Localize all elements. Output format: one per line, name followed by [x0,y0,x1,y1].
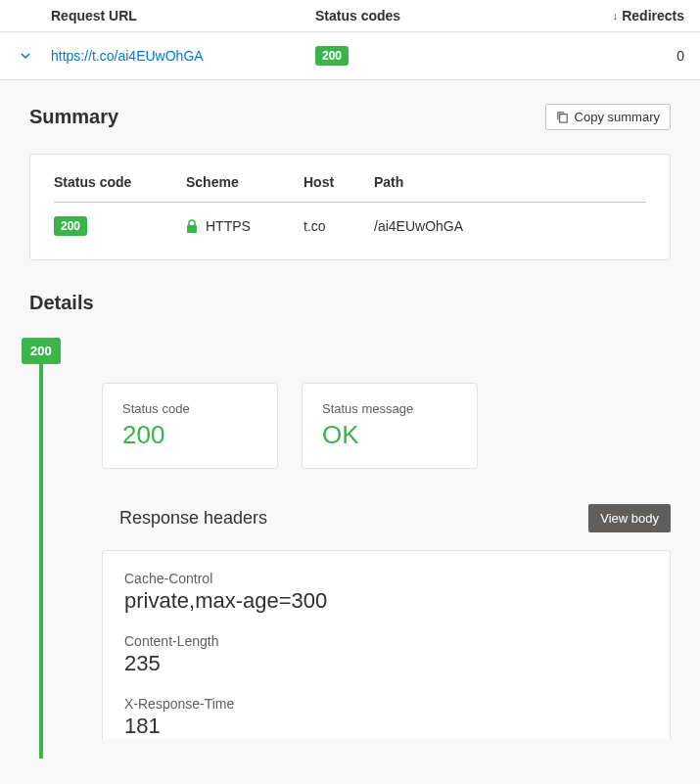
view-body-button[interactable]: View body [588,504,671,532]
response-headers-card: Cache-Control private,max-age=300 Conten… [102,550,671,739]
request-url-link[interactable]: https://t.co/ai4EUwOhGA [51,48,315,64]
summary-status-cell: 200 [54,216,186,236]
svg-rect-0 [559,115,566,122]
details-title: Details [29,292,671,314]
expanded-content: Summary Copy summary Status code Scheme … [0,80,700,759]
summary-table-row: 200 HTTPS t.co /ai4EUwOhGA [54,203,646,236]
status-badge: 200 [54,216,87,236]
header-value: 235 [124,651,648,676]
col-header-redirects-label: Redirects [622,8,684,23]
header-name: Content-Length [124,633,648,649]
copy-icon [556,111,569,123]
header-item: X-Response-Time 181 [124,696,648,739]
header-value: 181 [124,714,648,739]
status-message-card: Status message OK [302,383,478,469]
results-table-header: Request URL Status codes ↓ Redirects [0,0,700,32]
summary-title: Summary [29,106,118,128]
header-item: Content-Length 235 [124,633,648,676]
status-message-value: OK [322,420,457,450]
summary-scheme-value: HTTPS [206,218,251,234]
header-name: X-Response-Time [124,696,648,712]
summary-col-status: Status code [54,174,186,190]
timeline-content: Status code 200 Status message OK Respon… [102,338,671,759]
lock-icon [186,219,198,233]
response-headers-title: Response headers [119,508,267,529]
timeline-line: 200 [39,353,43,759]
status-cell: 200 [315,46,568,66]
status-badge: 200 [315,46,349,66]
col-header-status[interactable]: Status codes [315,8,568,23]
status-code-label: Status code [122,401,257,416]
status-message-label: Status message [322,401,457,416]
svg-rect-1 [187,225,197,233]
summary-path-value: /ai4EUwOhGA [374,218,646,234]
table-row[interactable]: https://t.co/ai4EUwOhGA 200 0 [0,32,700,80]
status-code-value: 200 [122,420,257,450]
summary-col-scheme: Scheme [186,174,303,190]
summary-col-host: Host [303,174,374,190]
header-value: private,max-age=300 [124,588,648,614]
expand-toggle[interactable] [0,50,51,62]
summary-section-head: Summary Copy summary [29,104,671,130]
summary-host-value: t.co [303,218,374,234]
summary-table-header: Status code Scheme Host Path [54,174,646,203]
summary-col-path: Path [374,174,646,190]
copy-summary-button[interactable]: Copy summary [545,104,671,130]
header-name: Cache-Control [124,571,648,586]
timeline-status-badge: 200 [22,338,61,364]
summary-card: Status code Scheme Host Path 200 HTTPS t… [29,154,671,260]
col-header-url[interactable]: Request URL [51,8,315,23]
header-item: Cache-Control private,max-age=300 [124,571,648,614]
sort-arrow-down-icon: ↓ [613,10,619,22]
chevron-down-icon [20,50,31,62]
response-headers-head: Response headers View body [102,504,671,532]
redirects-count: 0 [568,48,700,64]
status-code-card: Status code 200 [102,383,278,469]
timeline: 200 Status code 200 Status message OK Re… [29,338,671,759]
detail-cards: Status code 200 Status message OK [102,383,671,469]
summary-scheme-cell: HTTPS [186,218,303,234]
copy-summary-label: Copy summary [575,110,660,124]
col-header-redirects[interactable]: ↓ Redirects [568,8,700,23]
